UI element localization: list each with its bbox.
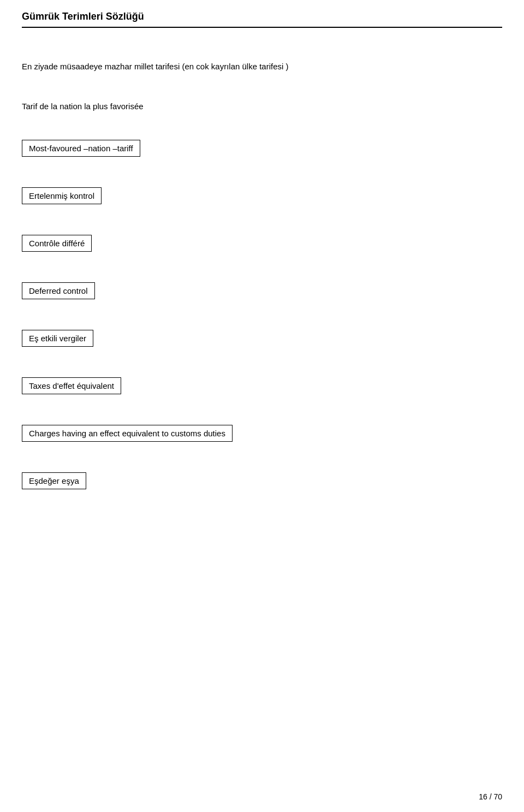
term-row-7: Eş etkili vergiler bbox=[22, 330, 502, 350]
term-entry-3: Most-favoured –nation –tariff bbox=[22, 140, 140, 157]
term-entry-7: Eş etkili vergiler bbox=[22, 330, 93, 347]
term-entry-8: Taxes d'effet équivalent bbox=[22, 377, 121, 394]
term-text-1: En ziyade müsaadeye mazhar millet tarife… bbox=[22, 62, 289, 71]
main-content: En ziyade müsaadeye mazhar millet tarife… bbox=[22, 61, 502, 493]
term-row-10: Eşdeğer eşya bbox=[22, 472, 502, 493]
page-header: Gümrük Terimleri Sözlüğü bbox=[22, 11, 502, 28]
term-entry-10: Eşdeğer eşya bbox=[22, 472, 86, 489]
term-row-8: Taxes d'effet équivalent bbox=[22, 377, 502, 398]
pagination: 16 / 70 bbox=[479, 792, 502, 801]
term-row-9: Charges having an effect equivalent to c… bbox=[22, 425, 502, 445]
term-entry-5: Contrôle différé bbox=[22, 235, 92, 252]
term-entry-4: Ertelenmiş kontrol bbox=[22, 187, 102, 204]
term-entry-9: Charges having an effect equivalent to c… bbox=[22, 425, 233, 442]
page-title: Gümrük Terimleri Sözlüğü bbox=[22, 11, 144, 22]
term-entry-6: Deferred control bbox=[22, 282, 95, 299]
term-row-4: Ertelenmiş kontrol bbox=[22, 187, 502, 208]
term-row-5: Contrôle différé bbox=[22, 235, 502, 255]
page-footer: 16 / 70 bbox=[479, 792, 502, 801]
term-text-2: Tarif de la nation la plus favorisée bbox=[22, 102, 144, 111]
term-row-6: Deferred control bbox=[22, 282, 502, 303]
term-row-2: Tarif de la nation la plus favorisée bbox=[22, 100, 502, 113]
term-row-3: Most-favoured –nation –tariff bbox=[22, 140, 502, 160]
term-row-1: En ziyade müsaadeye mazhar millet tarife… bbox=[22, 61, 502, 73]
